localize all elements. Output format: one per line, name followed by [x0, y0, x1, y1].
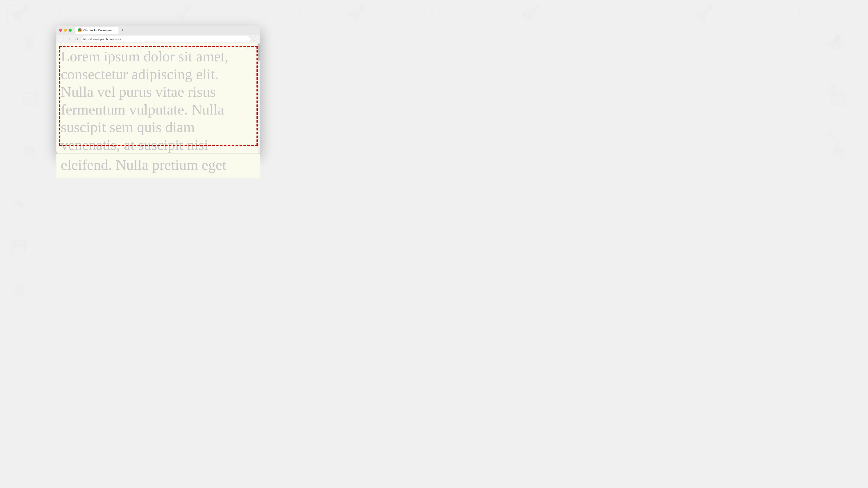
svg-rect-0: [8, 5, 25, 23]
svg-marker-12: [674, 3, 689, 21]
active-tab[interactable]: Chrome for Developers: [75, 27, 119, 34]
svg-marker-14: [800, 3, 815, 21]
address-bar[interactable]: https://developer.chrome.com/: [81, 36, 251, 42]
page-content: Lorem ipsum dolor sit amet, consectetur …: [56, 43, 260, 154]
svg-text:HTML: HTML: [183, 11, 190, 14]
svg-marker-6: [301, 3, 316, 21]
svg-marker-2: [44, 3, 60, 21]
chrome-logo-icon: [78, 28, 82, 32]
minimize-button[interactable]: [64, 29, 67, 32]
menu-button[interactable]: ⋮: [252, 36, 258, 42]
svg-text:HTML: HTML: [554, 11, 561, 14]
svg-text:HTML: HTML: [428, 11, 436, 14]
back-button[interactable]: ←: [59, 36, 65, 42]
toolbar: ← → ↻ https://developer.chrome.com/ ⋮: [56, 35, 260, 43]
svg-text:🚀: 🚀: [12, 11, 20, 18]
svg-marker-10: [550, 3, 565, 21]
scrollbar-track[interactable]: [257, 43, 260, 154]
maximize-button[interactable]: [69, 29, 72, 32]
title-bar: Chrome for Developers +: [56, 26, 260, 35]
below-browser-text: eleifend. Nulla pretium eget: [56, 154, 260, 178]
svg-text:HTML: HTML: [49, 11, 56, 14]
svg-marker-4: [179, 3, 194, 21]
svg-text:HTML: HTML: [305, 11, 312, 14]
new-tab-button[interactable]: +: [119, 27, 125, 33]
svg-text:HTML: HTML: [804, 11, 811, 14]
url-text: https://developer.chrome.com/: [83, 37, 121, 41]
tab-bar: Chrome for Developers +: [75, 27, 258, 34]
page-body-text: Lorem ipsum dolor sit amet, consectetur …: [56, 43, 257, 154]
scrollbar-thumb[interactable]: [258, 43, 260, 61]
svg-text:HTML: HTML: [678, 11, 685, 14]
browser-window: Chrome for Developers + ← → ↻ https://de…: [56, 26, 260, 154]
forward-button[interactable]: →: [66, 36, 72, 42]
reload-button[interactable]: ↻: [73, 36, 80, 42]
close-button[interactable]: [59, 29, 62, 32]
window-controls: [59, 29, 72, 32]
tab-title: Chrome for Developers: [83, 29, 113, 32]
svg-marker-8: [424, 3, 439, 21]
